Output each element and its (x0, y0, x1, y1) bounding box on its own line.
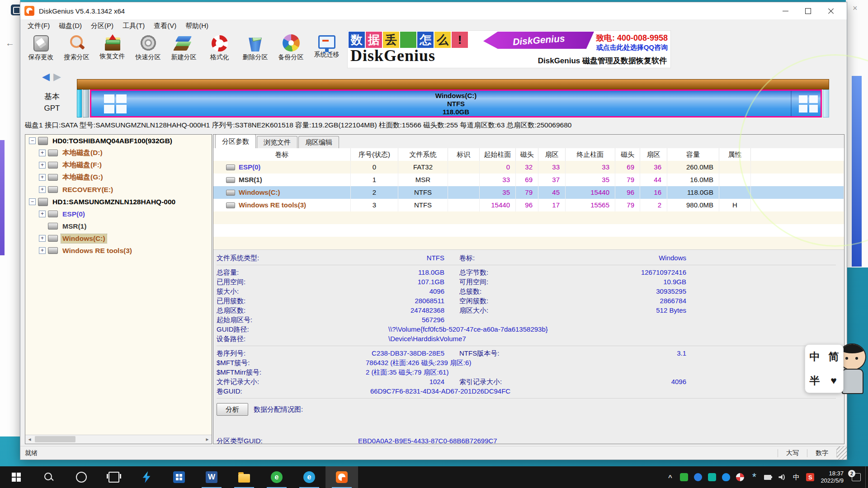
toolbar-button[interactable]: 备份分区 (273, 32, 309, 69)
banner-phone[interactable]: 致电: 400-008-9958 (596, 33, 668, 43)
toolbar-button[interactable]: 新建分区 (166, 32, 202, 69)
ime-lang-toggle[interactable]: 中 (810, 350, 820, 364)
column-header[interactable]: 扇区 (538, 148, 566, 161)
column-header[interactable]: 终止柱面 (566, 148, 615, 161)
ime-heart-icon[interactable]: ♥ (830, 375, 837, 387)
column-header[interactable]: 文件系统 (398, 148, 448, 161)
tree-expander-icon[interactable] (39, 174, 46, 181)
tree-item[interactable]: RECOVERY(E:) (25, 183, 212, 196)
toolbar-button[interactable]: 快速分区 (130, 32, 166, 69)
menu-item[interactable]: 帮助(H) (181, 20, 213, 32)
column-header[interactable]: 容量 (667, 148, 719, 161)
analyze-button[interactable]: 分析 (217, 403, 248, 416)
tray-icon[interactable] (764, 473, 772, 481)
table-row[interactable]: Windows(C:) 2 NTFS 35 79 45 15440 96 16 … (213, 186, 844, 199)
partition-esp-sliver[interactable] (77, 89, 82, 117)
column-header[interactable]: 磁头 (615, 148, 640, 161)
tree-item[interactable]: 本地磁盘(D:) (25, 147, 212, 159)
maximize-button[interactable] (797, 2, 820, 19)
tree-expander-icon[interactable] (29, 137, 36, 144)
disk-graph-scroll[interactable] (823, 89, 829, 117)
scroll-left-icon[interactable]: ◂ (25, 435, 34, 443)
tab[interactable]: 分区参数 (215, 134, 256, 149)
toolbar-button[interactable]: 格式化 (202, 32, 237, 69)
tray-icon[interactable] (736, 473, 744, 481)
table-row[interactable]: Windows RE tools(3) 3 NTFS 15440 96 17 1… (213, 199, 844, 211)
tray-icon[interactable]: 中 (792, 473, 800, 481)
tree-item[interactable]: Windows(C:) (25, 232, 212, 244)
tree-item[interactable]: 本地磁盘(G:) (25, 171, 212, 183)
tray-icon[interactable] (680, 473, 688, 481)
ime-simplified-toggle[interactable]: 简 (829, 350, 839, 364)
taskbar-button[interactable] (98, 466, 130, 488)
column-header[interactable]: 属性 (719, 148, 751, 161)
partition-msr-sliver[interactable] (83, 89, 89, 117)
action-center-button[interactable]: 2 (847, 466, 865, 488)
close-button[interactable] (820, 2, 842, 19)
tray-icon[interactable] (778, 473, 786, 481)
menu-item[interactable]: 文件(F) (23, 20, 54, 32)
table-row[interactable]: MSR(1) 1 MSR 33 69 37 35 79 44 16.0MB (213, 174, 844, 186)
next-disk-arrow[interactable]: ▶ (53, 71, 61, 83)
tree-expander-icon[interactable] (39, 186, 46, 193)
tree-expander-icon[interactable] (29, 198, 36, 205)
tree-item[interactable]: HD1:SAMSUNGMZNLN128HAHQ-000 (25, 196, 212, 208)
toolbar-button[interactable]: 搜索分区 (59, 32, 94, 69)
taskbar-button[interactable] (33, 466, 65, 488)
tree-item[interactable]: 本地磁盘(F:) (25, 159, 212, 171)
toolbar-button[interactable]: 恢复文件 (94, 32, 130, 69)
menu-item[interactable]: 工具(T) (118, 20, 149, 32)
taskbar-button[interactable] (163, 466, 195, 488)
tray-icon[interactable] (722, 473, 730, 481)
scroll-right-icon[interactable]: ▸ (203, 435, 212, 443)
disk-strip[interactable] (77, 79, 829, 89)
prev-disk-arrow[interactable]: ◀ (42, 71, 50, 83)
tab[interactable]: 浏览文件 (257, 136, 297, 148)
tree-item[interactable]: MSR(1) (25, 220, 212, 232)
ime-status-widget[interactable]: 中 简 半 ♥ (805, 344, 844, 393)
show-desktop-button[interactable] (865, 466, 868, 488)
column-header[interactable]: 标识 (448, 148, 480, 161)
tree-expander-icon[interactable] (39, 150, 46, 156)
column-header[interactable]: 卷标 (213, 148, 351, 161)
tray-icon[interactable]: ^ (666, 473, 674, 481)
menu-item[interactable]: 磁盘(D) (54, 20, 86, 32)
tree-horizontal-scrollbar[interactable]: ◂ ▸ (25, 435, 212, 444)
tray-icon[interactable]: * (750, 473, 758, 481)
taskbar-button[interactable]: e (293, 466, 326, 488)
tree-expander-icon[interactable] (39, 247, 46, 254)
tray-icon[interactable] (694, 473, 702, 481)
column-header[interactable]: 起始柱面 (480, 148, 516, 161)
taskbar-button[interactable] (130, 466, 163, 488)
taskbar-button[interactable]: W (195, 466, 228, 488)
tree-item[interactable]: ESP(0) (25, 208, 212, 220)
taskbar-button[interactable]: e (260, 466, 293, 488)
menu-item[interactable]: 分区(P) (86, 20, 118, 32)
taskbar-button[interactable] (326, 466, 358, 488)
tree-expander-icon[interactable] (39, 162, 46, 169)
resize-grip[interactable] (837, 446, 847, 460)
toolbar-button[interactable]: 系统迁移 (309, 32, 344, 69)
column-header[interactable]: 扇区 (640, 148, 667, 161)
tree-item[interactable]: HD0:TOSHIBAMQ04ABF100(932GB) (25, 135, 212, 147)
tray-icon[interactable]: S (806, 473, 814, 481)
toolbar-button[interactable]: 删除分区 (237, 32, 273, 69)
banner-qq-link[interactable]: 或点击此处选择QQ咨询 (596, 43, 668, 52)
ime-halfwidth-toggle[interactable]: 半 (810, 374, 820, 388)
toolbar-button[interactable]: 保存更改 (23, 32, 59, 69)
tree-item[interactable]: Windows RE tools(3) (25, 244, 212, 257)
scroll-thumb[interactable] (35, 436, 75, 442)
tray-icon[interactable] (708, 473, 716, 481)
taskbar-button[interactable] (65, 466, 98, 488)
ad-banner[interactable]: 数据丢怎么! DiskGenius DiskGenius 致电: 400-008… (347, 30, 671, 68)
tree-expander-icon[interactable] (39, 235, 46, 242)
taskbar-clock[interactable]: 18:37 2022/5/9 (817, 466, 847, 488)
column-header[interactable]: 磁头 (516, 148, 538, 161)
tab[interactable]: 扇区编辑 (298, 136, 339, 148)
taskbar-button[interactable] (0, 466, 33, 488)
taskbar-button[interactable] (228, 466, 260, 488)
column-header[interactable]: 序号(状态) (351, 148, 398, 161)
minimize-button[interactable] (774, 2, 797, 19)
tree-expander-icon[interactable] (39, 211, 46, 217)
table-row[interactable]: ESP(0) 0 FAT32 0 32 33 33 69 36 260.0MB (213, 161, 844, 174)
